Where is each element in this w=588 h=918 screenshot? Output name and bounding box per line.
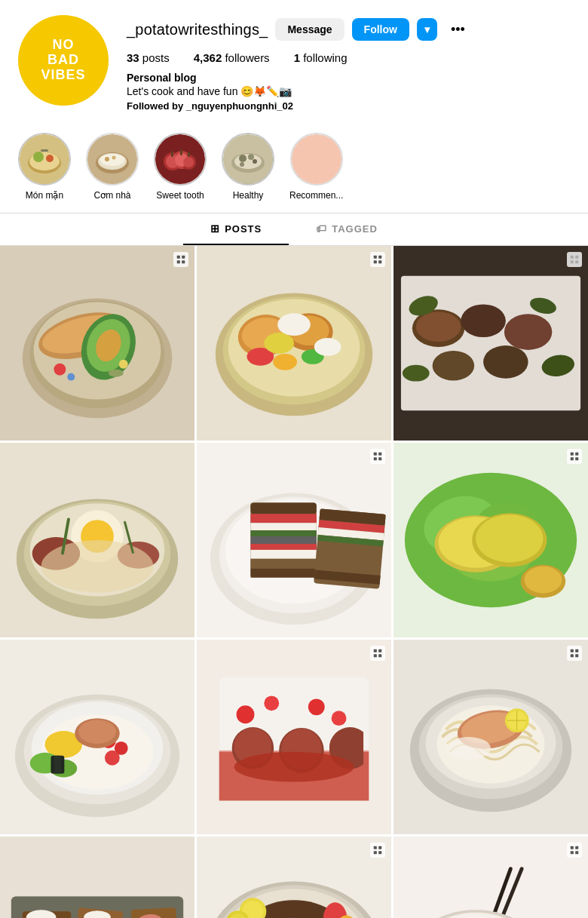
stats-row: 33 posts 4,362 followers 1 following	[127, 51, 570, 64]
svg-point-4	[46, 155, 54, 162]
svg-rect-102	[250, 530, 316, 536]
username: _potatowritesthings_	[127, 21, 268, 38]
svg-rect-237	[571, 846, 574, 849]
post-7[interactable]	[0, 640, 194, 834]
highlight-label-com-nha: Cơm nhà	[93, 190, 130, 201]
svg-rect-181	[575, 654, 578, 657]
highlight-img-recommend	[292, 134, 341, 184]
post-12[interactable]	[394, 837, 588, 918]
post-9-icon	[567, 646, 582, 661]
posts-count: 33	[127, 51, 139, 64]
bio-label: Personal blog	[127, 72, 570, 84]
post-6[interactable]	[394, 443, 588, 637]
svg-rect-99	[250, 569, 316, 578]
followed-by-username[interactable]: _nguyenphuongnhi_02	[186, 100, 293, 112]
svg-point-11	[112, 156, 116, 160]
svg-point-142	[105, 751, 120, 766]
svg-rect-81	[575, 260, 578, 263]
svg-point-59	[277, 313, 311, 336]
svg-rect-43	[177, 256, 180, 259]
avatar-text-1: NO	[53, 38, 75, 53]
follow-dropdown-button[interactable]: ▾	[417, 18, 437, 41]
tab-tagged[interactable]: 🏷 TAGGED	[289, 213, 405, 245]
svg-rect-61	[374, 256, 377, 259]
posts-label: posts	[142, 51, 170, 64]
svg-point-157	[237, 705, 255, 723]
svg-rect-106	[250, 559, 316, 569]
post-4[interactable]	[0, 443, 194, 637]
svg-point-3	[33, 152, 44, 162]
highlight-item-com-nha[interactable]: Cơm nhà	[86, 133, 139, 201]
svg-rect-144	[54, 756, 61, 774]
svg-point-58	[264, 333, 294, 354]
svg-rect-221	[378, 846, 381, 849]
svg-rect-222	[374, 851, 377, 854]
bio-text: Let's cook and have fun 😊🦊✏️📷	[127, 85, 570, 97]
followed-by: Followed by _nguyenphuongnhi_02	[127, 100, 570, 112]
highlight-ring-healthy	[222, 133, 274, 186]
highlight-label-recommend: Recommen...	[289, 190, 343, 201]
highlight-ring-sweet-tooth	[154, 133, 207, 186]
post-9[interactable]	[394, 640, 588, 834]
highlight-img-healthy	[223, 134, 273, 184]
following-stat[interactable]: 1 following	[294, 51, 348, 64]
tagged-tab-icon: 🏷	[316, 223, 327, 235]
follow-button[interactable]: Follow	[352, 18, 409, 41]
svg-point-40	[119, 360, 128, 369]
followed-by-text: Followed by	[127, 100, 183, 112]
highlight-item-healthy[interactable]: Healthy	[222, 133, 274, 201]
highlight-img-com-nha	[87, 134, 137, 184]
post-1[interactable]	[0, 246, 194, 441]
post-5[interactable]	[197, 443, 391, 637]
followers-stat[interactable]: 4,362 followers	[194, 51, 270, 64]
svg-rect-129	[575, 453, 578, 456]
post-1-icon	[173, 252, 188, 267]
post-10[interactable]	[0, 837, 194, 918]
svg-point-177	[446, 737, 491, 760]
post-11[interactable]	[197, 837, 391, 918]
svg-rect-113	[374, 453, 377, 456]
post-2[interactable]	[197, 246, 391, 441]
highlight-label-mon-man: Món mặn	[26, 190, 63, 201]
post-12-icon	[567, 843, 582, 858]
svg-rect-163	[378, 649, 381, 652]
svg-rect-20	[180, 149, 182, 155]
highlight-item-mon-man[interactable]: Món mặn	[18, 133, 71, 201]
tab-posts[interactable]: ⊞ POSTS	[183, 213, 289, 245]
post-8-icon	[370, 646, 385, 661]
svg-rect-21	[188, 152, 190, 157]
svg-rect-101	[250, 523, 316, 530]
svg-rect-224	[394, 837, 588, 918]
more-options-button[interactable]: •••	[445, 19, 471, 41]
svg-rect-240	[575, 851, 578, 854]
svg-rect-114	[378, 453, 381, 456]
svg-point-158	[264, 695, 279, 711]
posts-stat[interactable]: 33 posts	[127, 51, 170, 64]
svg-rect-19	[171, 151, 173, 157]
svg-rect-104	[250, 544, 316, 550]
avatar: NO BAD VIBES	[18, 15, 109, 106]
svg-point-160	[332, 711, 347, 726]
post-8[interactable]	[197, 640, 391, 834]
highlight-img-mon-man	[20, 134, 69, 184]
highlight-ring-com-nha	[86, 133, 139, 186]
post-3[interactable]	[394, 246, 588, 441]
highlight-img-sweet-tooth	[155, 134, 205, 184]
svg-rect-220	[374, 846, 377, 849]
profile-header: NO BAD VIBES _potatowritesthings_ Messag…	[0, 0, 588, 124]
svg-rect-80	[571, 260, 574, 263]
post-6-icon	[567, 449, 582, 464]
highlight-item-sweet-tooth[interactable]: Sweet tooth	[154, 133, 207, 201]
svg-point-29	[292, 134, 341, 184]
svg-rect-131	[575, 457, 578, 460]
svg-point-77	[403, 365, 430, 382]
highlight-item-recommend[interactable]: Recommen...	[289, 133, 343, 201]
svg-point-71	[504, 314, 553, 350]
svg-rect-179	[575, 649, 578, 652]
svg-point-10	[105, 157, 109, 161]
post-11-icon	[370, 843, 385, 858]
svg-rect-115	[374, 457, 377, 460]
message-button[interactable]: Message	[275, 18, 344, 41]
highlights-section: Món mặn Cơm nhà	[0, 124, 588, 213]
profile-info: _potatowritesthings_ Message Follow ▾ ••…	[127, 15, 570, 112]
